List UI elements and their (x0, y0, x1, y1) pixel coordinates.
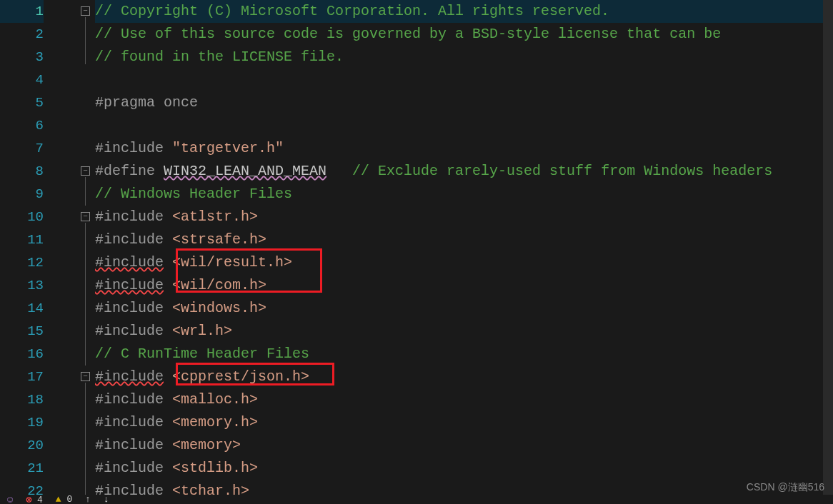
line-number: 15 (0, 320, 44, 343)
fold-guide (85, 383, 86, 497)
fold-toggle-icon[interactable]: − (81, 6, 90, 16)
line-number: 13 (0, 274, 44, 297)
warning-icon: ▲ (56, 494, 61, 504)
line-number: 6 (0, 114, 44, 137)
line-number: 3 (0, 46, 44, 69)
fold-toggle-icon[interactable]: − (81, 372, 90, 381)
line-number: 2 (0, 23, 44, 46)
code-line: #include <stdlib.h> (95, 457, 833, 480)
code-line: // C RunTime Header Files (95, 343, 833, 366)
code-area[interactable]: // Copyright (C) Microsoft Corporation. … (95, 0, 833, 495)
fold-guide (85, 177, 86, 206)
error-icon: ⊗ (26, 495, 31, 505)
line-number: 1 (0, 0, 44, 23)
nav-arrow-up-icon[interactable]: ↑ (85, 494, 91, 504)
code-line: #include <memory> (95, 434, 833, 457)
code-line: #define WIN32_LEAN_AND_MEAN // Exclude r… (95, 160, 833, 183)
fold-toggle-icon[interactable]: − (81, 212, 90, 221)
line-number-gutter: 1 2 3 4 5 6 7 8 9 10 11 12 13 14 15 16 1… (0, 0, 54, 495)
line-number: 4 (0, 69, 44, 91)
code-line: #include <malloc.h> (95, 388, 833, 411)
line-number: 8 (0, 160, 44, 183)
code-line: #include <windows.h> (95, 297, 833, 320)
status-bar: ☺ ⊗ 4 ▲ 0 ↑ ↓ (0, 495, 833, 504)
code-line: // found in the LICENSE file. (95, 46, 833, 69)
fold-toggle-icon[interactable]: − (81, 166, 90, 176)
line-number: 12 (0, 251, 44, 274)
code-line: #pragma once (95, 91, 833, 114)
line-number: 21 (0, 457, 44, 480)
code-line: #include <memory.h> (95, 411, 833, 434)
code-line: #include <wrl.h> (95, 320, 833, 343)
line-number: 10 (0, 206, 44, 228)
line-number: 20 (0, 434, 44, 457)
fold-guide (85, 223, 86, 366)
line-number: 5 (0, 91, 44, 114)
line-number: 9 (0, 183, 44, 206)
code-editor[interactable]: 1 2 3 4 5 6 7 8 9 10 11 12 13 14 15 16 1… (0, 0, 833, 495)
line-number: 16 (0, 343, 44, 366)
line-number: 14 (0, 297, 44, 320)
line-number: 17 (0, 366, 44, 388)
watermark: CSDN @涟幽516 (747, 481, 824, 494)
line-number: 7 (0, 137, 44, 160)
line-number: 19 (0, 411, 44, 434)
error-indicator[interactable]: ⊗ 4 (26, 494, 42, 505)
code-line: #include <cpprest/json.h> (95, 366, 833, 388)
code-line: #include <strsafe.h> (95, 228, 833, 251)
code-line: #include <wil/result.h> (95, 251, 833, 274)
line-number: 11 (0, 228, 44, 251)
code-line (95, 69, 833, 91)
vertical-scrollbar[interactable] (823, 0, 833, 495)
nav-arrow-down-icon[interactable]: ↓ (104, 494, 109, 504)
code-line: #include <wil/com.h> (95, 274, 833, 297)
fold-guide (85, 17, 86, 64)
warning-indicator[interactable]: ▲ 0 (56, 494, 72, 504)
code-line: // Copyright (C) Microsoft Corporation. … (95, 0, 833, 23)
code-line: // Use of this source code is governed b… (95, 23, 833, 46)
code-line (95, 114, 833, 137)
code-line: #include <atlstr.h> (95, 206, 833, 228)
code-line: #include "targetver.h" (95, 137, 833, 160)
feedback-icon[interactable]: ☺ (7, 494, 13, 505)
line-number: 18 (0, 388, 44, 411)
code-line: // Windows Header Files (95, 183, 833, 206)
fold-column: − − − − (54, 0, 95, 495)
